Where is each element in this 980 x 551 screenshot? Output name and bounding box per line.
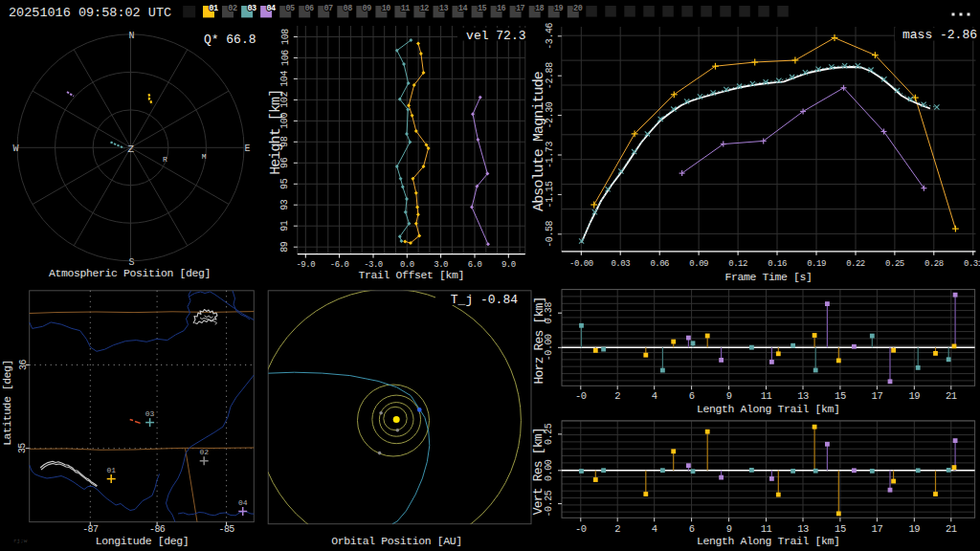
svg-text:19: 19 <box>554 4 564 13</box>
svg-text:4: 4 <box>652 523 657 535</box>
svg-text:0.03: 0.03 <box>611 259 630 269</box>
svg-text:-9.0: -9.0 <box>296 260 315 270</box>
svg-text:0.25: 0.25 <box>885 259 904 269</box>
svg-text:0.16: 0.16 <box>768 259 787 269</box>
svg-text:14: 14 <box>458 4 468 13</box>
svg-text:mass -2.86: mass -2.86 <box>902 28 977 42</box>
svg-text:0.28: 0.28 <box>924 259 944 269</box>
svg-text:0.06: 0.06 <box>650 259 669 269</box>
svg-text:20251016 09:58:02 UTC: 20251016 09:58:02 UTC <box>9 6 171 20</box>
svg-text:15: 15 <box>835 390 846 402</box>
svg-text:Orbital Position [AU]: Orbital Position [AU] <box>331 535 462 547</box>
svg-text:Horz Res [km]: Horz Res [km] <box>532 297 546 384</box>
svg-text:R: R <box>163 155 167 164</box>
svg-text:9.0: 9.0 <box>501 260 516 270</box>
svg-text:03: 03 <box>145 409 155 418</box>
svg-text:19: 19 <box>908 390 920 402</box>
svg-text:Height [km]: Height [km] <box>269 90 285 175</box>
svg-text:13: 13 <box>797 523 809 535</box>
svg-text:vel 72.3: vel 72.3 <box>466 29 525 43</box>
svg-text:Vert Res [km]: Vert Res [km] <box>532 428 546 515</box>
svg-text:6.0: 6.0 <box>468 260 482 270</box>
svg-text:Atmospheric Position [deg]: Atmospheric Position [deg] <box>49 267 211 279</box>
svg-text:11: 11 <box>761 523 772 535</box>
svg-text:93: 93 <box>280 199 291 210</box>
svg-text:11: 11 <box>761 390 772 402</box>
svg-text:16: 16 <box>497 4 506 13</box>
svg-text:-87: -87 <box>82 524 99 535</box>
svg-text:Latitude [deg]: Latitude [deg] <box>1 360 13 446</box>
svg-text:03: 03 <box>247 4 256 13</box>
svg-text:Trail Offset [km]: Trail Offset [km] <box>358 269 464 281</box>
svg-text:0.09: 0.09 <box>689 259 708 269</box>
svg-text:-0.58: -0.58 <box>545 220 555 247</box>
svg-text:35: 35 <box>18 443 29 453</box>
svg-text:W: W <box>12 143 18 154</box>
svg-text:21: 21 <box>946 390 957 402</box>
svg-text:T_j -0.84: T_j -0.84 <box>451 293 518 307</box>
svg-text:0.22: 0.22 <box>846 259 865 269</box>
svg-text:18: 18 <box>535 4 545 13</box>
svg-text:15: 15 <box>478 4 487 13</box>
svg-text:Length Along Trail [km]: Length Along Trail [km] <box>697 403 840 415</box>
svg-text:Absolute Magnitude: Absolute Magnitude <box>531 71 547 211</box>
svg-text:08: 08 <box>344 4 353 13</box>
svg-text:0.12: 0.12 <box>728 259 747 269</box>
svg-text:-0.00: -0.00 <box>569 259 593 269</box>
svg-text:17: 17 <box>516 4 525 13</box>
svg-text:07: 07 <box>324 4 334 13</box>
svg-text:Q* 66.8: Q* 66.8 <box>204 33 256 47</box>
svg-text:-86: -86 <box>149 524 166 535</box>
svg-text:15: 15 <box>835 523 846 535</box>
svg-text:11: 11 <box>401 4 411 13</box>
svg-text:04: 04 <box>238 498 248 507</box>
svg-text:09: 09 <box>363 4 372 13</box>
svg-text:13: 13 <box>797 390 809 402</box>
svg-text:Z: Z <box>127 143 134 155</box>
svg-text:-0: -0 <box>575 390 587 402</box>
svg-text:-3.46: -3.46 <box>545 22 555 49</box>
svg-text:0.31: 0.31 <box>964 259 980 269</box>
svg-text:4: 4 <box>652 390 657 402</box>
svg-text:E: E <box>244 143 250 154</box>
svg-text:05: 05 <box>286 4 296 13</box>
svg-text:0.19: 0.19 <box>807 259 826 269</box>
svg-text:01: 01 <box>106 466 116 474</box>
svg-text:89: 89 <box>280 241 291 253</box>
svg-text:104: 104 <box>280 71 291 87</box>
svg-text:01: 01 <box>209 4 218 13</box>
svg-text:04: 04 <box>266 4 276 13</box>
svg-text:Longitude [deg]: Longitude [deg] <box>96 535 189 547</box>
svg-text:-0: -0 <box>575 523 587 535</box>
svg-text:21: 21 <box>946 523 957 535</box>
svg-text:0.0: 0.0 <box>400 260 414 270</box>
svg-text:3.0: 3.0 <box>434 260 448 270</box>
svg-text:6: 6 <box>689 390 695 402</box>
svg-text:02: 02 <box>199 448 209 456</box>
svg-text:06: 06 <box>305 4 315 13</box>
svg-text:9: 9 <box>726 523 732 535</box>
svg-text:17: 17 <box>872 390 883 402</box>
svg-text:10: 10 <box>382 4 391 13</box>
svg-text:6: 6 <box>689 523 695 535</box>
svg-text:rj;w: rj;w <box>13 538 28 544</box>
svg-text:12: 12 <box>420 4 430 13</box>
svg-text:108: 108 <box>280 29 291 45</box>
svg-text:M: M <box>202 152 207 161</box>
svg-text:2: 2 <box>614 390 620 402</box>
svg-text:36: 36 <box>18 360 29 370</box>
svg-text:Length Along Trail [km]: Length Along Trail [km] <box>697 535 840 547</box>
svg-text:-6.0: -6.0 <box>330 260 349 270</box>
svg-text:-85: -85 <box>218 524 234 535</box>
svg-text:9: 9 <box>726 390 732 402</box>
svg-text:106: 106 <box>280 50 291 66</box>
svg-text:2: 2 <box>614 523 620 535</box>
svg-text:91: 91 <box>280 220 291 231</box>
svg-text:Frame Time [s]: Frame Time [s] <box>724 271 812 283</box>
svg-text:20: 20 <box>573 4 583 13</box>
svg-text:02: 02 <box>228 4 237 13</box>
svg-text:13: 13 <box>439 4 449 13</box>
svg-text:19: 19 <box>908 523 920 535</box>
svg-text:-3.0: -3.0 <box>364 260 383 270</box>
svg-text:N: N <box>128 31 134 41</box>
